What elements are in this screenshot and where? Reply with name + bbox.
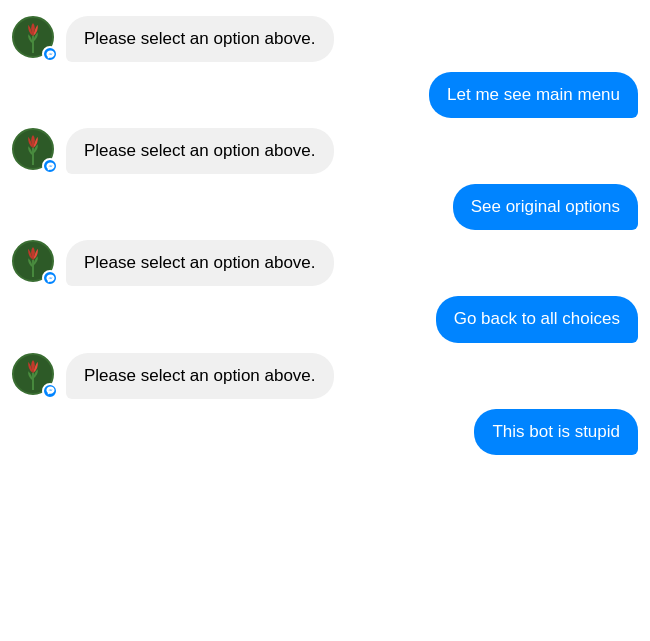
message-row-user2: See original options: [12, 184, 638, 230]
bot-message-3: Please select an option above.: [66, 240, 334, 286]
messenger-badge: [42, 46, 58, 62]
tulip-icon-4: [19, 358, 47, 390]
bot-message-1: Please select an option above.: [66, 16, 334, 62]
message-row-user4: This bot is stupid: [12, 409, 638, 455]
bot-avatar-4: [12, 353, 58, 399]
bot-avatar-2: [12, 128, 58, 174]
bot-message-2: Please select an option above.: [66, 128, 334, 174]
messenger-icon: [46, 50, 55, 59]
message-row-bot2: Please select an option above.: [12, 128, 638, 174]
messenger-badge-4: [42, 383, 58, 399]
message-row-bot4: Please select an option above.: [12, 353, 638, 399]
message-row-user3: Go back to all choices: [12, 296, 638, 342]
bot-avatar-3: [12, 240, 58, 286]
bot-message-4: Please select an option above.: [66, 353, 334, 399]
bot-avatar: [12, 16, 58, 62]
user-message-1: Let me see main menu: [429, 72, 638, 118]
message-row-bot1: Please select an option above.: [12, 16, 638, 62]
messenger-icon-2: [46, 162, 55, 171]
message-row-user1: Let me see main menu: [12, 72, 638, 118]
messenger-badge-2: [42, 158, 58, 174]
messenger-icon-3: [46, 274, 55, 283]
message-row-bot3: Please select an option above.: [12, 240, 638, 286]
user-message-4: This bot is stupid: [474, 409, 638, 455]
user-message-3: Go back to all choices: [436, 296, 638, 342]
user-message-2: See original options: [453, 184, 638, 230]
messenger-badge-3: [42, 270, 58, 286]
messenger-icon-4: [46, 386, 55, 395]
